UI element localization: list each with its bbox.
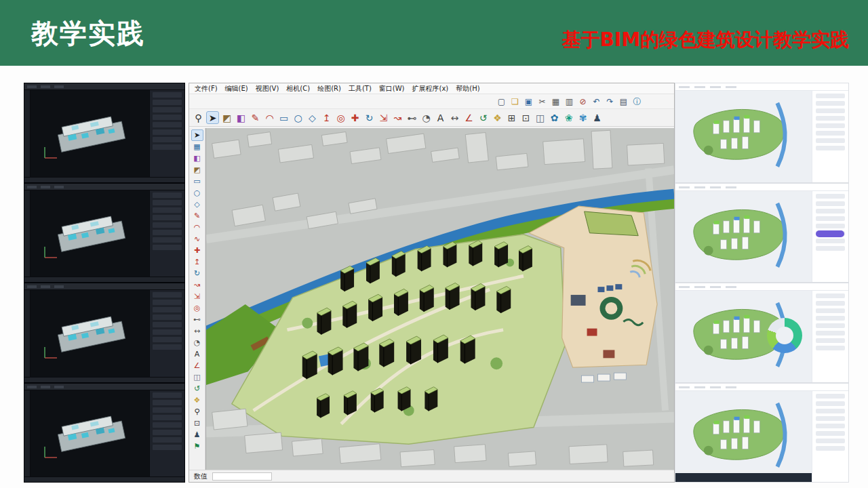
menu-item[interactable]: 编辑(E): [225, 84, 248, 94]
eraser-tool-icon[interactable]: ◩: [220, 111, 233, 124]
freehand-tool-icon[interactable]: ∿: [191, 233, 203, 245]
paint-bucket-icon[interactable]: ◧: [191, 152, 203, 164]
menu-item[interactable]: 窗口(W): [379, 84, 405, 94]
menu-item[interactable]: 绘图(R): [317, 84, 341, 94]
tape-measure-icon[interactable]: ⊷: [191, 314, 203, 325]
cut-icon[interactable]: ✂: [536, 96, 548, 107]
sketchup-body: ➤▦◧◩▭○◇✎◠∿✚↥↻↝⇲◎⊷↔◔A∠◫↺❖⚲⊡♟⚑: [189, 128, 674, 470]
arc-tool-icon[interactable]: ◠: [263, 111, 276, 124]
extension-icon-3[interactable]: ✾: [576, 111, 589, 124]
dimension-icon[interactable]: ↔: [448, 111, 461, 124]
axes-icon[interactable]: ∠: [462, 111, 475, 124]
erase-icon[interactable]: ⊘: [577, 96, 589, 107]
pan-tool-icon[interactable]: ❖: [491, 111, 504, 124]
follow-me-icon[interactable]: ↝: [391, 111, 404, 124]
eraser-tool-icon[interactable]: ◩: [191, 164, 203, 176]
redo-icon[interactable]: ↷: [604, 96, 616, 107]
green-building-app-screenshot-2: [675, 183, 849, 283]
open-file-icon[interactable]: ❏: [509, 96, 521, 107]
offset-tool-icon[interactable]: ◎: [334, 111, 347, 124]
paste-icon[interactable]: ▥: [564, 96, 575, 107]
zoom-extents-icon[interactable]: ⊡: [191, 418, 203, 429]
rectangle-tool-icon[interactable]: ▭: [277, 111, 290, 124]
web-app-bottom-bar: [675, 473, 812, 482]
orbit-tool-icon[interactable]: ↺: [477, 111, 490, 124]
web-app-3d-view: [675, 191, 812, 283]
menu-item[interactable]: 视图(V): [256, 84, 279, 94]
line-tool-icon[interactable]: ✎: [249, 111, 262, 124]
green-building-app-screenshot-3: [675, 283, 849, 383]
dark-app-titlebar: [24, 384, 184, 390]
menu-item[interactable]: 文件(F): [195, 84, 218, 94]
scale-tool-icon[interactable]: ⇲: [191, 291, 203, 302]
section-plane-icon[interactable]: ◫: [534, 111, 547, 124]
dark-3d-app-screenshot-3: [24, 283, 185, 383]
section-plane-icon[interactable]: ◫: [191, 371, 203, 383]
dark-app-3d-viewport: [31, 290, 149, 377]
move-tool-icon[interactable]: ✚: [349, 111, 361, 124]
polygon-tool-icon[interactable]: ◇: [306, 111, 319, 124]
orbit-tool-icon[interactable]: ↺: [191, 383, 203, 394]
zoom-tool-icon[interactable]: ⚲: [192, 111, 205, 124]
save-icon[interactable]: ▣: [523, 96, 534, 107]
print-icon[interactable]: ▤: [618, 96, 629, 107]
extension-icon-2[interactable]: ❀: [562, 111, 575, 124]
make-component-icon[interactable]: ▦: [191, 141, 203, 152]
web-app-toolbar: [675, 283, 848, 291]
position-camera-icon[interactable]: ⚑: [191, 441, 203, 452]
paint-bucket-icon[interactable]: ◧: [235, 111, 248, 124]
copy-icon[interactable]: ▦: [550, 96, 561, 107]
menu-item[interactable]: 帮助(H): [456, 84, 479, 94]
select-tool-icon[interactable]: ➤: [206, 111, 219, 124]
dark-app-statusbar: [24, 476, 184, 482]
zoom-tool-icon[interactable]: ⚲: [191, 406, 203, 418]
line-tool-icon[interactable]: ✎: [191, 210, 203, 222]
model-info-icon[interactable]: ⓘ: [631, 96, 643, 107]
web-app-primary-button: [816, 230, 844, 237]
offset-tool-icon[interactable]: ◎: [191, 302, 203, 314]
dimension-icon[interactable]: ↔: [191, 325, 203, 337]
text-tool-icon[interactable]: A: [434, 111, 447, 124]
menu-item[interactable]: 扩展程序(x): [412, 84, 449, 94]
menu-item[interactable]: 相机(C): [286, 84, 310, 94]
rotate-tool-icon[interactable]: ↻: [191, 268, 203, 279]
protractor-icon[interactable]: ◔: [420, 111, 433, 124]
dark-app-titlebar: [24, 83, 184, 90]
arc-tool-icon[interactable]: ◠: [191, 222, 203, 233]
new-file-icon[interactable]: ▢: [496, 96, 507, 107]
rectangle-tool-icon[interactable]: ▭: [191, 176, 203, 187]
circle-tool-icon[interactable]: ○: [191, 187, 203, 199]
slide-title: 教学实践: [31, 15, 145, 52]
standard-toolbar: ▢❏▣✂▦▥⊘↶↷▤ⓘ: [189, 94, 674, 109]
protractor-icon[interactable]: ◔: [191, 337, 203, 348]
scale-tool-icon[interactable]: ⇲: [377, 111, 390, 124]
measurement-input[interactable]: [212, 472, 272, 481]
web-app-sidebar: [812, 91, 848, 182]
move-tool-icon[interactable]: ✚: [191, 245, 203, 256]
zoom-extents-icon[interactable]: ⊡: [519, 111, 532, 124]
walk-tool-icon[interactable]: ♟: [191, 429, 203, 441]
axes-icon[interactable]: ∠: [191, 360, 203, 371]
tape-measure-icon[interactable]: ⊷: [406, 111, 418, 124]
push-pull-icon[interactable]: ↥: [320, 111, 333, 124]
circle-tool-icon[interactable]: ○: [292, 111, 304, 124]
polygon-tool-icon[interactable]: ◇: [191, 199, 203, 210]
extension-icon-1[interactable]: ✿: [548, 111, 561, 124]
push-pull-icon[interactable]: ↥: [191, 256, 203, 268]
dark-app-titlebar: [24, 184, 184, 190]
menu-item[interactable]: 工具(T): [349, 84, 372, 94]
follow-me-icon[interactable]: ↝: [191, 279, 203, 291]
rotate-tool-icon[interactable]: ↻: [363, 111, 376, 124]
web-app-sidebar: [812, 291, 848, 382]
dark-app-tool-strip: [24, 90, 31, 177]
status-bar: 数值: [189, 470, 674, 482]
zoom-window-icon[interactable]: ⊞: [505, 111, 518, 124]
pan-tool-icon[interactable]: ❖: [191, 394, 203, 406]
text-tool-icon[interactable]: A: [191, 348, 203, 360]
web-app-sidebar: [812, 391, 848, 483]
person-icon[interactable]: ♟: [591, 111, 604, 124]
select-tool-icon[interactable]: ➤: [191, 129, 203, 141]
model-viewport[interactable]: [205, 128, 674, 470]
undo-icon[interactable]: ↶: [591, 96, 602, 107]
dark-app-properties-panel: [149, 190, 184, 277]
